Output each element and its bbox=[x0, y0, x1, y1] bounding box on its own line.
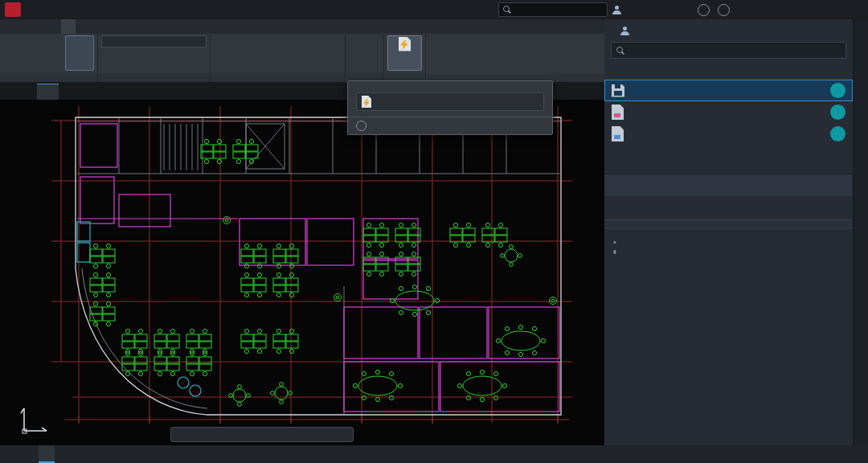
properties-button[interactable] bbox=[463, 35, 498, 71]
app-logo-icon[interactable] bbox=[5, 2, 21, 17]
activity-insight-icon bbox=[397, 36, 413, 51]
tab-express-tools[interactable] bbox=[133, 19, 148, 34]
object-snap-tracking-icon[interactable] bbox=[731, 448, 745, 461]
view-manager-button[interactable] bbox=[101, 60, 207, 72]
navigation-bar-button[interactable] bbox=[65, 35, 94, 71]
transparency-icon[interactable] bbox=[764, 448, 777, 461]
command-line[interactable] bbox=[170, 427, 354, 442]
activity-insight-palette bbox=[604, 19, 868, 445]
search-icon bbox=[503, 6, 511, 14]
tab-output[interactable] bbox=[90, 19, 104, 34]
viewcube-icon bbox=[40, 36, 56, 51]
snap-icon[interactable] bbox=[635, 448, 649, 461]
new-view-icon bbox=[104, 49, 114, 59]
palette-search-input[interactable] bbox=[629, 45, 841, 56]
tab-home[interactable] bbox=[3, 19, 18, 34]
tab-collaborate[interactable] bbox=[119, 19, 133, 34]
command-input[interactable] bbox=[186, 429, 348, 440]
new-view-button[interactable] bbox=[101, 48, 207, 59]
view-manager-icon bbox=[104, 61, 114, 71]
drawing-compare-button[interactable] bbox=[349, 35, 380, 71]
workflow-title bbox=[604, 238, 853, 245]
tab-manage[interactable] bbox=[76, 19, 90, 34]
group-today[interactable] bbox=[604, 64, 853, 80]
clean-screen-icon[interactable] bbox=[851, 448, 865, 461]
person-icon bbox=[620, 27, 629, 35]
account-icon[interactable] bbox=[718, 4, 730, 16]
floor-plan-drawing[interactable] bbox=[0, 100, 604, 445]
ucs-icon-button[interactable] bbox=[3, 35, 32, 71]
user-icon bbox=[612, 6, 621, 14]
viewcube-button[interactable] bbox=[34, 35, 63, 71]
user-account[interactable] bbox=[612, 0, 629, 19]
tab-annotate[interactable] bbox=[32, 19, 47, 34]
drawing-canvas[interactable] bbox=[0, 100, 604, 445]
tab-start[interactable] bbox=[21, 84, 37, 100]
ucs-axes-icon bbox=[21, 408, 47, 433]
tab-parametric[interactable] bbox=[47, 19, 61, 34]
search-input[interactable] bbox=[515, 5, 604, 15]
help-icon bbox=[356, 121, 366, 131]
layout-menu-icon[interactable] bbox=[3, 445, 23, 463]
layout-tab-s101[interactable] bbox=[39, 445, 55, 463]
purge-icon bbox=[612, 104, 624, 120]
file-size-row bbox=[604, 258, 853, 263]
furniture bbox=[90, 139, 557, 406]
object-snap-icon[interactable] bbox=[715, 448, 729, 461]
tab-view[interactable] bbox=[61, 19, 76, 34]
global-search[interactable] bbox=[498, 2, 608, 17]
activity-properties-header[interactable] bbox=[604, 174, 853, 196]
viewport-config-button[interactable] bbox=[214, 35, 249, 71]
tool-palettes-button[interactable] bbox=[429, 35, 461, 71]
restore-viewports-button[interactable] bbox=[251, 59, 269, 71]
properties-icon bbox=[473, 36, 489, 51]
panel-label[interactable] bbox=[0, 72, 97, 82]
infer-constraints-icon[interactable] bbox=[651, 448, 665, 461]
blocks-icon bbox=[506, 36, 522, 51]
command-macros-button[interactable] bbox=[561, 35, 593, 71]
count-button[interactable] bbox=[530, 35, 559, 71]
view-dropdown[interactable] bbox=[101, 35, 207, 47]
tab-tokyo-office[interactable] bbox=[37, 84, 59, 100]
tab-featured-apps[interactable] bbox=[148, 19, 162, 34]
system-tray-icon[interactable] bbox=[835, 448, 849, 461]
panel-label[interactable] bbox=[98, 73, 210, 82]
ortho-icon[interactable] bbox=[683, 448, 697, 461]
selection-cycling-icon[interactable] bbox=[780, 448, 793, 461]
viewport-config-icon bbox=[223, 36, 240, 51]
join-viewports-button[interactable] bbox=[251, 47, 269, 59]
status-bar bbox=[0, 445, 868, 463]
activity-item-saveas[interactable] bbox=[604, 123, 853, 145]
workspace-gear-icon[interactable] bbox=[819, 448, 833, 461]
titlebar-right-icons bbox=[690, 0, 730, 19]
palette-title-bar[interactable] bbox=[853, 19, 868, 445]
annotation-visibility-icon[interactable] bbox=[796, 448, 809, 461]
palette-search[interactable] bbox=[611, 42, 846, 59]
tool-palettes-icon bbox=[437, 36, 453, 51]
lineweight-icon[interactable] bbox=[747, 448, 761, 461]
dynamic-input-icon[interactable] bbox=[667, 448, 681, 461]
grid-icon[interactable] bbox=[619, 448, 633, 461]
panel-label[interactable] bbox=[211, 72, 345, 82]
user-initials-badge bbox=[830, 83, 845, 98]
tab-insert[interactable] bbox=[18, 19, 32, 34]
user-filter-button[interactable] bbox=[620, 27, 632, 35]
group-date[interactable] bbox=[604, 145, 853, 161]
count-icon bbox=[537, 36, 553, 51]
blocks-button[interactable] bbox=[500, 35, 529, 71]
tab-addins[interactable] bbox=[104, 19, 119, 34]
activity-item-saved[interactable] bbox=[604, 80, 853, 101]
hamburger-menu-icon[interactable] bbox=[2, 82, 21, 100]
palette-toolbar bbox=[604, 19, 853, 42]
user-initials-badge bbox=[830, 104, 845, 120]
restore-icon bbox=[253, 60, 264, 70]
tooltip-command bbox=[356, 92, 544, 111]
activity-insight-button[interactable] bbox=[387, 35, 422, 71]
named-viewports-button[interactable] bbox=[251, 35, 269, 47]
activity-item-purged[interactable] bbox=[604, 101, 853, 123]
activity-insight-icon bbox=[362, 96, 371, 108]
layout-tab-model[interactable] bbox=[23, 445, 39, 463]
help-icon[interactable] bbox=[698, 4, 710, 16]
workflow-item bbox=[604, 247, 853, 248]
polar-tracking-icon[interactable] bbox=[699, 448, 713, 461]
